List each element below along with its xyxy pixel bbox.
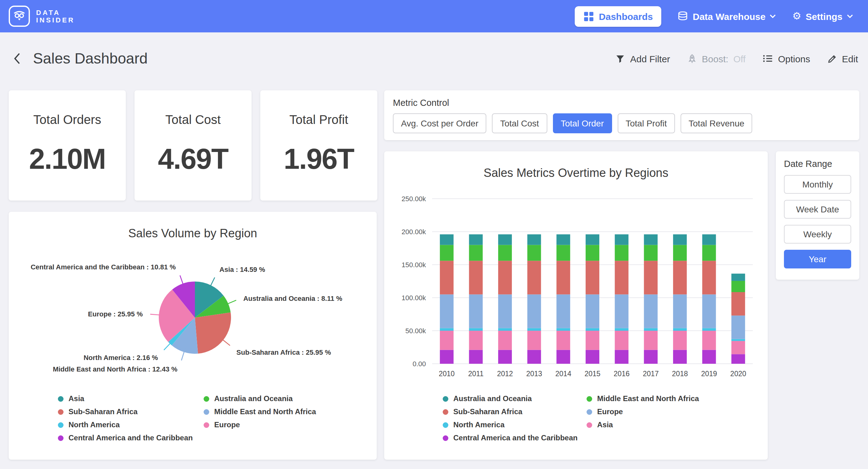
bar-segment[interactable] [673, 261, 687, 294]
bar-segment[interactable] [644, 294, 657, 328]
bar-segment[interactable] [702, 245, 716, 261]
bar-segment[interactable] [731, 316, 745, 339]
bar-segment[interactable] [615, 245, 628, 261]
bar-segment[interactable] [440, 331, 454, 350]
legend-item[interactable]: Central America and the Caribbean [443, 434, 578, 442]
legend-item[interactable]: Asia [587, 420, 699, 429]
bar-segment[interactable] [440, 350, 454, 364]
bar-segment[interactable] [556, 331, 570, 350]
bar-segment[interactable] [702, 328, 716, 331]
bar-segment[interactable] [556, 350, 570, 364]
bar-segment[interactable] [498, 234, 512, 245]
legend-item[interactable]: Sub-Saharan Africa [58, 407, 193, 416]
metric-option[interactable]: Total Profit [618, 113, 675, 133]
legend-item[interactable]: Central America and the Caribbean [58, 434, 193, 442]
bar-segment[interactable] [644, 328, 657, 331]
bar-segment[interactable] [527, 294, 541, 328]
nav-dashboards[interactable]: Dashboards [575, 6, 661, 27]
edit-button[interactable]: Edit [828, 53, 858, 64]
bar-segment[interactable] [615, 294, 628, 328]
date-option[interactable]: Week Date [784, 200, 851, 218]
bar-segment[interactable] [527, 261, 541, 294]
bar-segment[interactable] [673, 234, 687, 245]
options-button[interactable]: Options [763, 53, 810, 64]
metric-option[interactable]: Total Revenue [681, 113, 752, 133]
bar-segment[interactable] [731, 281, 745, 292]
bar-segment[interactable] [469, 245, 483, 261]
bar-segment[interactable] [556, 328, 570, 331]
legend-item[interactable]: Middle East and North Africa [587, 394, 699, 403]
date-option[interactable]: Year [784, 250, 851, 268]
bar-segment[interactable] [644, 331, 657, 350]
back-button[interactable] [10, 51, 24, 67]
bar-segment[interactable] [498, 261, 512, 294]
legend-item[interactable]: Europe [587, 407, 699, 416]
bar-segment[interactable] [440, 234, 454, 245]
bar-segment[interactable] [498, 294, 512, 328]
bar-segment[interactable] [615, 350, 628, 364]
legend-item[interactable]: Australia and Oceania [204, 394, 316, 403]
bar-segment[interactable] [702, 350, 716, 364]
bar-segment[interactable] [498, 350, 512, 364]
bar-segment[interactable] [440, 245, 454, 261]
bar-segment[interactable] [586, 245, 599, 261]
bar-segment[interactable] [644, 234, 657, 245]
bar-segment[interactable] [644, 261, 657, 294]
bar-segment[interactable] [527, 350, 541, 364]
nav-data-warehouse[interactable]: Data Warehouse [678, 11, 776, 22]
bar-segment[interactable] [440, 294, 454, 328]
bar-segment[interactable] [731, 354, 745, 364]
bar-segment[interactable] [469, 261, 483, 294]
bar-segment[interactable] [644, 245, 657, 261]
bar-segment[interactable] [702, 234, 716, 245]
pie-slice[interactable] [195, 312, 231, 353]
bar-segment[interactable] [469, 331, 483, 350]
bar-segment[interactable] [469, 328, 483, 331]
bar-segment[interactable] [556, 245, 570, 261]
metric-option[interactable]: Avg. Cost per Order [393, 113, 487, 133]
date-option[interactable]: Weekly [784, 225, 851, 243]
bar-segment[interactable] [615, 331, 628, 350]
metric-option[interactable]: Total Cost [492, 113, 547, 133]
bar-segment[interactable] [673, 294, 687, 328]
bar-segment[interactable] [586, 350, 599, 364]
bar-segment[interactable] [644, 350, 657, 364]
bar-segment[interactable] [702, 294, 716, 328]
date-option[interactable]: Monthly [784, 175, 851, 194]
bar-segment[interactable] [702, 331, 716, 350]
add-filter-button[interactable]: Add Filter [615, 53, 670, 64]
bar-segment[interactable] [440, 261, 454, 294]
bar-segment[interactable] [731, 274, 745, 281]
bar-segment[interactable] [731, 339, 745, 341]
metric-option[interactable]: Total Order [553, 113, 612, 133]
bar-segment[interactable] [440, 328, 454, 331]
bar-segment[interactable] [527, 234, 541, 245]
bar-segment[interactable] [673, 331, 687, 350]
bar-segment[interactable] [615, 261, 628, 294]
bar-segment[interactable] [556, 234, 570, 245]
nav-settings[interactable]: ⚙ Settings [792, 11, 853, 22]
bar-segment[interactable] [702, 261, 716, 294]
bar-segment[interactable] [556, 261, 570, 294]
bar-segment[interactable] [498, 245, 512, 261]
legend-item[interactable]: Sub-Saharan Africa [443, 407, 578, 416]
bar-segment[interactable] [527, 331, 541, 350]
bar-segment[interactable] [498, 328, 512, 331]
app-logo[interactable]: DATA INSIDER [9, 6, 75, 27]
bar-segment[interactable] [527, 245, 541, 261]
legend-item[interactable]: North America [58, 420, 193, 429]
bar-segment[interactable] [586, 328, 599, 331]
bar-segment[interactable] [673, 328, 687, 331]
bar-segment[interactable] [469, 350, 483, 364]
legend-item[interactable]: Australia and Oceania [443, 394, 578, 403]
bar-segment[interactable] [469, 234, 483, 245]
bar-segment[interactable] [527, 328, 541, 331]
bar-segment[interactable] [586, 294, 599, 328]
bar-segment[interactable] [586, 261, 599, 294]
bar-segment[interactable] [731, 341, 745, 354]
bar-segment[interactable] [615, 328, 628, 331]
bar-segment[interactable] [731, 292, 745, 316]
bar-segment[interactable] [586, 331, 599, 350]
bar-segment[interactable] [498, 331, 512, 350]
legend-item[interactable]: Europe [204, 420, 316, 429]
